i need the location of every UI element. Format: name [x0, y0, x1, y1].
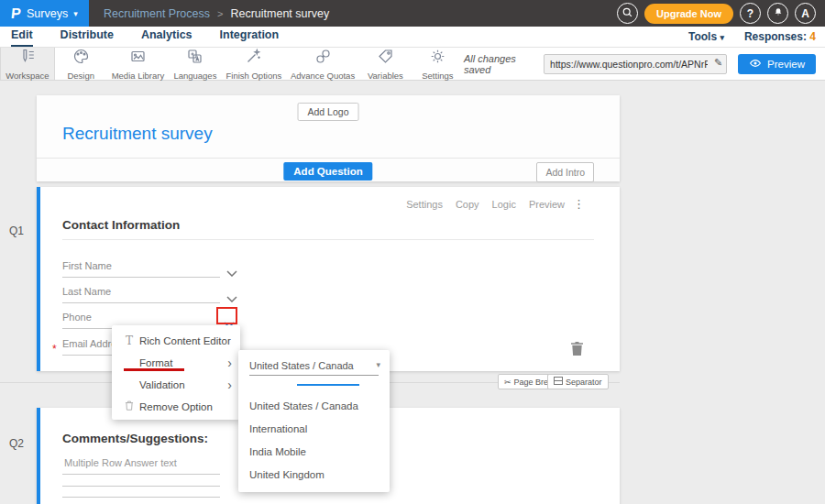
- responses-label: Responses:: [744, 30, 807, 43]
- toolbar-right: All changes saved ✎ Preview: [464, 48, 825, 80]
- upgrade-now-button[interactable]: Upgrade Now: [644, 4, 733, 24]
- toolbar-item-design[interactable]: Design: [55, 48, 107, 80]
- text-format-icon: T: [123, 330, 136, 352]
- tab-distribute[interactable]: Distribute: [60, 27, 114, 47]
- field-dropdown-chevron-icon[interactable]: [226, 264, 237, 280]
- questionpro-logo-icon: P: [10, 5, 22, 22]
- select-caret-icon[interactable]: ▾: [376, 360, 380, 369]
- annotation-highlight-box: [216, 307, 237, 324]
- survey-header-card: Add Logo Recruitment survey Add Question…: [37, 95, 620, 181]
- toolbar-item-label: Workspace: [6, 71, 49, 81]
- edit-url-icon[interactable]: ✎: [714, 57, 722, 69]
- preview-button[interactable]: Preview: [738, 54, 816, 74]
- question-title-q2[interactable]: Comments/Suggestions:: [62, 432, 208, 445]
- divider: [37, 158, 620, 159]
- toolbar-item-variables[interactable]: Variables: [359, 48, 412, 80]
- question-preview-link[interactable]: Preview: [529, 199, 565, 210]
- scissors-icon: ✂: [504, 378, 512, 387]
- tab-integration[interactable]: Integration: [220, 27, 280, 47]
- chain-links-icon: [314, 48, 332, 69]
- toolbar-item-media-library[interactable]: Media Library: [107, 48, 170, 80]
- question-logic-link[interactable]: Logic: [492, 199, 516, 210]
- tools-label: Tools: [688, 30, 717, 43]
- breadcrumb-folder[interactable]: Recruitment Process: [104, 7, 210, 20]
- select-underline: [249, 375, 379, 376]
- delete-question-icon[interactable]: [571, 342, 583, 359]
- add-logo-button[interactable]: Add Logo: [298, 103, 359, 121]
- format-select-value[interactable]: United States / Canada: [249, 360, 354, 371]
- field-label: Last Name: [62, 286, 111, 297]
- menu-item-label: Remove Option: [139, 401, 213, 412]
- multirow-answer-placeholder[interactable]: Multiple Row Answer text: [64, 457, 177, 468]
- field-last-name[interactable]: Last Name: [62, 286, 220, 303]
- annotation-underline: [124, 368, 184, 371]
- gear-icon: [429, 48, 446, 69]
- responses-count: 4: [809, 30, 816, 43]
- toolbar-item-label: Settings: [422, 71, 453, 81]
- notifications-button[interactable]: [767, 3, 788, 24]
- trash-icon: [123, 396, 136, 418]
- toolbar-item-workspace[interactable]: Workspace: [0, 48, 55, 80]
- main-tabbar: Edit Distribute Analytics Integration To…: [0, 27, 825, 48]
- preview-label: Preview: [767, 59, 805, 70]
- tag-icon: [377, 48, 394, 69]
- breadcrumb-survey-name: Recruitment survey: [230, 7, 329, 20]
- eye-icon: [749, 59, 762, 70]
- field-first-name[interactable]: First Name: [62, 260, 220, 278]
- question-copy-link[interactable]: Copy: [456, 199, 479, 210]
- menu-item-label: Rich Content Editor: [139, 335, 231, 346]
- menu-item-rich-content-editor[interactable]: T Rich Content Editor: [112, 330, 240, 352]
- phone-format-submenu: United States / Canada ▾ United States /…: [238, 350, 390, 492]
- field-dropdown-chevron-icon[interactable]: [226, 290, 237, 306]
- chevron-down-icon: ▾: [73, 9, 78, 18]
- toolbar-item-languages[interactable]: Languages: [169, 48, 221, 80]
- format-option-united-kingdom[interactable]: United Kingdom: [249, 469, 324, 480]
- more-options-icon[interactable]: ⋮: [573, 197, 585, 211]
- survey-url-input[interactable]: [544, 54, 727, 74]
- tools-menu[interactable]: Tools ▾: [688, 30, 724, 43]
- submenu-chevron-icon: ›: [227, 352, 232, 374]
- select-focus-accent: [297, 384, 359, 386]
- toolbar-item-label: Advance Quotas: [291, 71, 355, 81]
- image-icon: [129, 48, 147, 69]
- bell-icon: [773, 6, 784, 21]
- avatar[interactable]: A: [795, 3, 816, 24]
- toolbar-item-finish-options[interactable]: Finish Options: [222, 48, 287, 80]
- survey-url-wrap: ✎: [544, 54, 727, 74]
- tab-edit[interactable]: Edit: [11, 27, 33, 47]
- tab-list: Edit Distribute Analytics Integration: [0, 27, 279, 47]
- format-option-us-canada[interactable]: United States / Canada: [249, 400, 358, 411]
- save-status: All changes saved: [464, 53, 533, 75]
- menu-item-label: Validation: [139, 379, 185, 390]
- format-option-india-mobile[interactable]: India Mobile: [249, 446, 306, 457]
- question-settings-link[interactable]: Settings: [406, 199, 443, 210]
- question-title-q1[interactable]: Contact Information: [62, 218, 180, 232]
- field-options-context-menu: T Rich Content Editor Format › Validatio…: [112, 325, 240, 420]
- add-intro-button[interactable]: Add Intro: [536, 162, 594, 182]
- toolbar-item-settings[interactable]: Settings: [412, 48, 464, 80]
- separator-icon: [554, 377, 563, 387]
- toolbar-item-label: Variables: [368, 71, 403, 81]
- submenu-chevron-icon: ›: [227, 374, 232, 396]
- breadcrumb-separator: >: [217, 8, 223, 19]
- divider: [62, 239, 594, 240]
- breadcrumb: Recruitment Process > Recruitment survey: [104, 7, 329, 20]
- format-option-international[interactable]: International: [249, 423, 307, 434]
- tab-analytics[interactable]: Analytics: [141, 27, 192, 47]
- search-button[interactable]: [617, 3, 638, 24]
- add-question-button[interactable]: Add Question: [283, 162, 372, 181]
- toolbar-item-advance-quotas[interactable]: Advance Quotas: [286, 48, 359, 80]
- editor-toolbar: Workspace Design Media Library Languages…: [0, 48, 825, 81]
- surveys-menu[interactable]: P Surveys ▾: [0, 0, 89, 27]
- separator-button[interactable]: Separator: [547, 374, 609, 389]
- survey-title[interactable]: Recruitment survey: [62, 124, 213, 144]
- menu-item-remove-option[interactable]: Remove Option: [112, 396, 240, 418]
- toolbar-item-label: Finish Options: [226, 71, 281, 81]
- responses-link[interactable]: Responses: 4: [744, 30, 816, 43]
- workspace-icon: [18, 48, 36, 69]
- menu-item-validation[interactable]: Validation ›: [112, 374, 240, 396]
- question-actions: Settings Copy Logic Preview: [406, 199, 565, 210]
- help-button[interactable]: ?: [740, 3, 761, 24]
- question-number-q2: Q2: [9, 437, 24, 450]
- magic-wand-icon: [245, 48, 262, 69]
